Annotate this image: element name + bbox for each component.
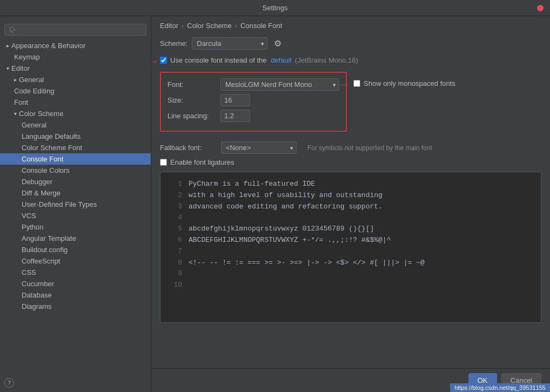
font-settings-box: Font: MesloLGM Nerd Font Mono JetBrains …	[160, 72, 347, 132]
show-monospaced-checkbox[interactable]	[353, 80, 360, 87]
enable-ligatures-checkbox[interactable]	[160, 159, 167, 166]
show-monospaced-label[interactable]: Show only monospaced fonts	[364, 79, 455, 87]
fallback-select-wrapper: <None>	[221, 141, 297, 154]
sidebar-item-cs-angular[interactable]: Angular Template	[0, 233, 151, 244]
breadcrumb-editor: Editor	[160, 22, 178, 30]
close-button[interactable]	[537, 5, 544, 11]
sidebar-item-font[interactable]: Font	[0, 97, 151, 108]
sidebar-label-cs-debugger: Debugger	[22, 178, 52, 186]
sidebar-label-cs-database: Database	[22, 291, 52, 299]
scheme-select[interactable]: Darcula Default High contrast	[192, 37, 267, 50]
sidebar-arrow-color-scheme: ▾	[14, 111, 17, 117]
size-row: Size:	[167, 94, 339, 106]
sidebar-item-keymap[interactable]: Keymap	[0, 51, 151, 63]
sidebar-item-cs-lang-defaults[interactable]: Language Defaults	[0, 131, 151, 142]
sidebar-label-color-scheme: Color Scheme	[19, 110, 63, 118]
line-text-1: PyCharm is a full-featured IDE	[189, 179, 315, 190]
use-console-font-row: → Use console font instead of the defaul…	[160, 56, 541, 64]
arrow-annotation-1: →	[151, 55, 159, 67]
sidebar-label-font: Font	[14, 98, 28, 106]
sidebar-item-appearance[interactable]: ▸Appearance & Behavior	[0, 40, 151, 51]
sidebar-label-cs-python: Python	[22, 223, 43, 231]
sidebar-item-cs-css[interactable]: CSS	[0, 267, 151, 278]
sidebar-item-cs-console-font[interactable]: Console Font	[0, 153, 151, 165]
sidebar-item-cs-color-scheme-font[interactable]: Color Scheme Font	[0, 142, 151, 153]
breadcrumb-console-font: Console Font	[240, 22, 282, 30]
sidebar-item-cs-console-colors[interactable]: Console Colors	[0, 165, 151, 176]
fallback-note: For symbols not supported by the main fo…	[307, 144, 432, 152]
preview-line-3: 3advanced code editing and refactoring s…	[169, 201, 532, 213]
use-console-font-label[interactable]: Use console font instead of the default …	[170, 56, 358, 64]
sidebar-label-editor: Editor	[11, 64, 30, 72]
sidebar-item-cs-cucumber[interactable]: Cucumber	[0, 278, 151, 289]
enable-ligatures-label[interactable]: Enable font ligatures	[170, 158, 234, 166]
line-text-6: ABCDEFGHIJKLMNOPQRSTUVWXYZ +-*/= .,,;:!?…	[189, 235, 391, 246]
sidebar-item-cs-python[interactable]: Python	[0, 221, 151, 233]
sidebar-item-cs-diagrams[interactable]: Diagrams	[0, 301, 151, 312]
breadcrumb-sep-1: ›	[182, 22, 184, 30]
sidebar-label-cs-diagrams: Diagrams	[22, 302, 52, 310]
sidebar-item-cs-user-defined[interactable]: User-Defined File Types	[0, 199, 151, 210]
breadcrumb-sep-2: ›	[235, 22, 237, 30]
search-input[interactable]	[4, 24, 146, 36]
sidebar-item-cs-general[interactable]: General	[0, 119, 151, 131]
size-label: Size:	[167, 96, 216, 104]
line-spacing-label: Line spacing:	[167, 112, 216, 120]
sidebar-label-cs-color-scheme-font: Color Scheme Font	[22, 144, 82, 152]
help-button[interactable]: ?	[4, 378, 14, 388]
arrow-annotation-2: →	[338, 78, 349, 91]
sidebar-nav: ▸Appearance & BehaviorKeymap▾Editor▸Gene…	[0, 40, 151, 312]
sidebar-label-code-editing: Code Editing	[14, 87, 54, 95]
preview-line-10: 10	[169, 280, 532, 291]
fallback-select[interactable]: <None>	[221, 141, 297, 154]
scheme-row: Scheme: Darcula Default High contrast ⚙	[160, 37, 541, 50]
sidebar-item-code-editing[interactable]: Code Editing	[0, 85, 151, 97]
line-number-2: 2	[169, 190, 182, 201]
window-title: Settings	[263, 4, 288, 12]
breadcrumb: Editor › Color Scheme › Console Font	[151, 16, 550, 35]
scheme-select-wrapper: Darcula Default High contrast	[192, 37, 267, 50]
sidebar-item-cs-debugger[interactable]: Debugger	[0, 176, 151, 187]
sidebar-label-cs-user-defined: User-Defined File Types	[22, 200, 97, 208]
gear-button[interactable]: ⚙	[272, 37, 284, 50]
sidebar-item-general[interactable]: ▸General	[0, 74, 151, 85]
sidebar-item-cs-diff-merge[interactable]: Diff & Merge	[0, 187, 151, 199]
use-console-font-checkbox[interactable]	[160, 57, 167, 64]
sidebar-arrow-appearance: ▸	[6, 43, 9, 49]
line-number-10: 10	[169, 280, 182, 291]
sidebar-label-cs-lang-defaults: Language Defaults	[22, 132, 81, 140]
sidebar-label-appearance: Appearance & Behavior	[11, 42, 85, 50]
fallback-label: Fallback font:	[160, 144, 217, 152]
size-input[interactable]	[220, 94, 250, 106]
monospaced-container: → Show only monospaced fonts	[353, 72, 455, 87]
line-text-2: with a high level of usability and outst…	[189, 190, 383, 201]
content-panel: Editor › Color Scheme › Console Font Sch…	[151, 16, 550, 392]
sidebar-label-keymap: Keymap	[14, 53, 40, 61]
sidebar-item-cs-vcs[interactable]: VCS	[0, 210, 151, 221]
line-number-6: 6	[169, 235, 182, 246]
settings-panel: Scheme: Darcula Default High contrast ⚙ …	[151, 35, 550, 332]
sidebar-item-cs-database[interactable]: Database	[0, 289, 151, 301]
sidebar: ▸Appearance & BehaviorKeymap▾Editor▸Gene…	[0, 16, 151, 392]
monospaced-row: → Show only monospaced fonts	[353, 79, 455, 87]
sidebar-item-cs-coffeescript[interactable]: CoffeeScript	[0, 255, 151, 267]
sidebar-label-cs-diff-merge: Diff & Merge	[22, 189, 61, 197]
font-select[interactable]: MesloLGM Nerd Font Mono JetBrains Mono C…	[220, 78, 339, 91]
sidebar-arrow-editor: ▾	[6, 65, 9, 71]
preview-line-2: 2with a high level of usability and outs…	[169, 190, 532, 201]
sidebar-label-cs-console-colors: Console Colors	[22, 166, 70, 174]
preview-line-7: 7	[169, 246, 532, 258]
sidebar-item-editor[interactable]: ▾Editor	[0, 63, 151, 74]
default-link[interactable]: default	[271, 56, 292, 64]
sidebar-label-cs-css: CSS	[22, 268, 36, 276]
line-number-7: 7	[169, 246, 182, 258]
line-number-4: 4	[169, 212, 182, 224]
default-info: (JetBrains Mono,16)	[295, 56, 358, 64]
main-layout: ▸Appearance & BehaviorKeymap▾Editor▸Gene…	[0, 16, 550, 392]
sidebar-label-cs-console-font: Console Font	[22, 155, 63, 163]
sidebar-arrow-general: ▸	[14, 77, 17, 83]
sidebar-item-cs-buildout[interactable]: Buildout config	[0, 244, 151, 255]
line-spacing-input[interactable]	[220, 110, 250, 122]
sidebar-item-color-scheme[interactable]: ▾Color Scheme	[0, 108, 151, 119]
preview-line-6: 6ABCDEFGHIJKLMNOPQRSTUVWXYZ +-*/= .,,;:!…	[169, 235, 532, 246]
